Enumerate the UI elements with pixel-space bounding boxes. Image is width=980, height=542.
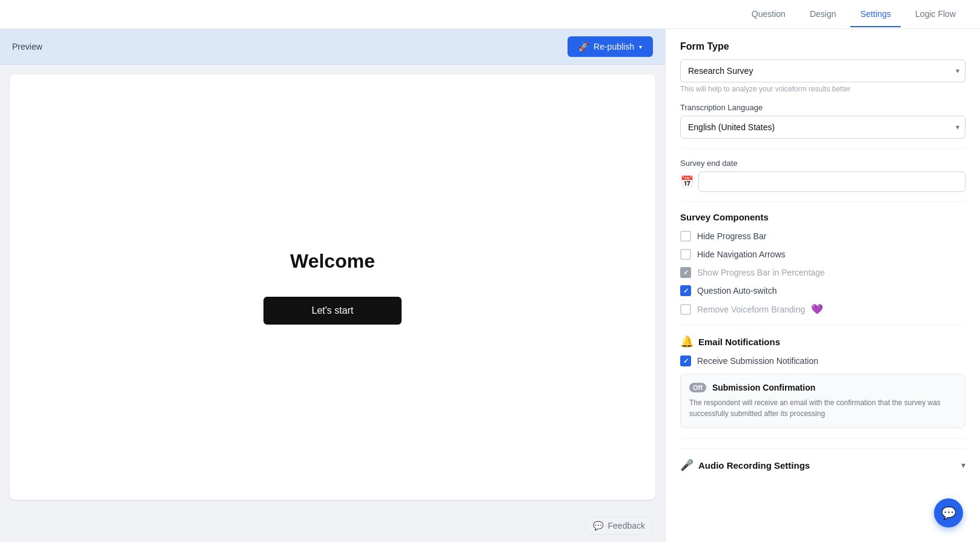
- audio-recording-section[interactable]: 🎤 Audio Recording Settings ▾: [680, 448, 965, 472]
- start-button[interactable]: Let's start: [263, 297, 402, 325]
- email-notifications-section: 🔔 Email Notifications ✓ Receive Submissi…: [680, 335, 965, 428]
- welcome-text: Welcome: [290, 250, 375, 273]
- submission-confirm-description: The respondent will receive an email wit…: [689, 397, 956, 419]
- preview-content: Welcome Let's start: [10, 74, 655, 500]
- form-type-title: Form Type: [680, 41, 965, 52]
- receive-submission-label: Receive Submission Notification: [697, 356, 818, 366]
- hide-navigation-arrows-checkbox[interactable]: [680, 249, 691, 260]
- hide-progress-bar-label: Hide Progress Bar: [697, 231, 766, 241]
- receive-submission-row[interactable]: ✓ Receive Submission Notification: [680, 355, 965, 366]
- divider-2: [680, 202, 965, 202]
- main-layout: Preview 🚀 Re-publish ▾ Welcome Let's sta…: [0, 29, 980, 542]
- survey-end-date-section: Survey end date 📅: [680, 159, 965, 192]
- form-type-select[interactable]: Research Survey Customer Feedback Employ…: [680, 59, 965, 82]
- submission-confirm-title: Submission Confirmation: [712, 383, 815, 392]
- republish-chevron-icon: ▾: [639, 44, 642, 50]
- hide-progress-bar-checkbox[interactable]: [680, 231, 691, 242]
- email-notif-header: 🔔 Email Notifications: [680, 335, 965, 348]
- form-type-hint: This will help to analyze your voiceform…: [680, 85, 965, 93]
- audio-recording-title: Audio Recording Settings: [698, 460, 810, 471]
- check-icon: ✓: [683, 269, 689, 277]
- email-notif-title: Email Notifications: [698, 337, 780, 347]
- gem-icon: 💜: [811, 303, 823, 315]
- remove-branding-checkbox[interactable]: [680, 304, 691, 315]
- submission-confirm-box: Off Submission Confirmation The responde…: [680, 374, 965, 428]
- submission-confirm-toggle[interactable]: Off: [689, 383, 706, 392]
- transcription-language-select-wrapper: English (United States) English (UK) Spa…: [680, 116, 965, 139]
- feedback-button[interactable]: 💬 Feedback: [585, 517, 653, 535]
- tab-logic-flow[interactable]: Logic Flow: [906, 2, 965, 27]
- check-icon-3: ✓: [683, 357, 689, 365]
- feedback-icon: 💬: [593, 521, 603, 530]
- form-type-section: Form Type Research Survey Customer Feedb…: [680, 41, 965, 93]
- audio-recording-chevron-icon: ▾: [961, 460, 965, 470]
- audio-recording-left: 🎤 Audio Recording Settings: [680, 458, 810, 472]
- republish-label: Re-publish: [594, 42, 634, 51]
- divider-1: [680, 148, 965, 149]
- transcription-language-section: Transcription Language English (United S…: [680, 103, 965, 139]
- question-auto-switch-row[interactable]: ✓ Question Auto-switch: [680, 285, 965, 296]
- nav-tabs: Question Design Settings Logic Flow: [742, 2, 965, 27]
- hide-navigation-arrows-label: Hide Navigation Arrows: [697, 250, 786, 259]
- hide-progress-bar-row[interactable]: Hide Progress Bar: [680, 231, 965, 242]
- survey-end-date-row: 📅: [680, 171, 965, 192]
- hide-navigation-arrows-row[interactable]: Hide Navigation Arrows: [680, 249, 965, 260]
- feedback-label: Feedback: [608, 521, 645, 530]
- transcription-language-label: Transcription Language: [680, 103, 965, 112]
- remove-branding-row[interactable]: Remove Voiceform Branding 💜: [680, 303, 965, 315]
- transcription-language-select[interactable]: English (United States) English (UK) Spa…: [680, 116, 965, 139]
- preview-label: Preview: [12, 42, 42, 51]
- mic-icon: 🎤: [680, 458, 694, 472]
- calendar-icon: 📅: [680, 175, 694, 188]
- form-type-select-wrapper: Research Survey Customer Feedback Employ…: [680, 59, 965, 82]
- tab-settings[interactable]: Settings: [850, 2, 901, 27]
- show-progress-percentage-label: Show Progress Bar in Percentage: [697, 268, 825, 277]
- show-progress-percentage-checkbox[interactable]: ✓: [680, 267, 691, 278]
- receive-submission-checkbox[interactable]: ✓: [680, 355, 691, 366]
- divider-3: [680, 325, 965, 325]
- survey-components-section: Survey Components Hide Progress Bar Hide…: [680, 212, 965, 315]
- survey-end-date-input[interactable]: [698, 171, 965, 192]
- rocket-icon: 🚀: [578, 42, 589, 51]
- chat-fab-button[interactable]: 💬: [934, 498, 963, 527]
- survey-end-date-label: Survey end date: [680, 159, 965, 168]
- top-navigation: Question Design Settings Logic Flow: [0, 0, 980, 29]
- submission-confirm-header: Off Submission Confirmation: [689, 383, 956, 392]
- divider-4: [680, 438, 965, 438]
- preview-header: Preview 🚀 Re-publish ▾: [0, 29, 665, 65]
- remove-branding-label: Remove Voiceform Branding: [697, 305, 805, 314]
- check-icon-2: ✓: [683, 287, 689, 295]
- republish-button[interactable]: 🚀 Re-publish ▾: [568, 36, 653, 57]
- settings-panel: Form Type Research Survey Customer Feedb…: [665, 29, 980, 542]
- chat-fab-icon: 💬: [941, 506, 956, 520]
- preview-footer: 💬 Feedback: [0, 509, 665, 542]
- tab-design[interactable]: Design: [800, 2, 846, 27]
- survey-components-title: Survey Components: [680, 212, 965, 222]
- question-auto-switch-checkbox[interactable]: ✓: [680, 285, 691, 296]
- tab-question[interactable]: Question: [742, 2, 795, 27]
- question-auto-switch-label: Question Auto-switch: [697, 286, 777, 296]
- show-progress-percentage-row[interactable]: ✓ Show Progress Bar in Percentage: [680, 267, 965, 278]
- preview-panel: Preview 🚀 Re-publish ▾ Welcome Let's sta…: [0, 29, 665, 542]
- bell-icon: 🔔: [680, 335, 694, 348]
